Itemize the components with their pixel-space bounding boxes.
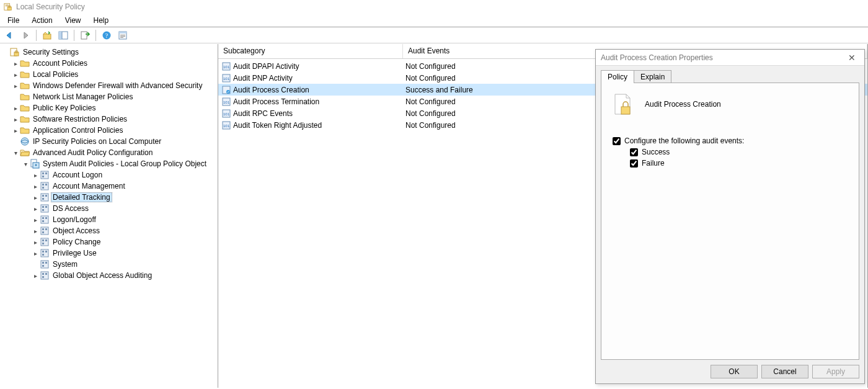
svg-rect-32 bbox=[41, 194, 48, 201]
svg-rect-40 bbox=[41, 216, 48, 223]
svg-text:101: 101 bbox=[223, 112, 230, 116]
policy-item-icon: 101 bbox=[222, 62, 231, 71]
tree-cat-logon[interactable]: ▸Logon/Logoff bbox=[1, 214, 216, 225]
folder-icon bbox=[20, 103, 30, 113]
row-name: Audit DPAPI Activity bbox=[233, 62, 299, 71]
tree-cat-policy-change[interactable]: ▸Policy Change bbox=[1, 236, 216, 248]
svg-rect-56 bbox=[41, 261, 48, 268]
svg-rect-1 bbox=[6, 5, 9, 6]
svg-rect-7 bbox=[59, 32, 62, 39]
close-button[interactable]: ✕ bbox=[844, 53, 859, 63]
svg-rect-55 bbox=[45, 251, 47, 253]
svg-rect-54 bbox=[42, 254, 44, 256]
svg-text:?: ? bbox=[105, 32, 108, 39]
row-name: Audit PNP Activity bbox=[233, 74, 293, 83]
svg-rect-46 bbox=[42, 231, 44, 233]
svg-rect-2 bbox=[6, 6, 9, 6]
menu-help[interactable]: Help bbox=[89, 15, 114, 26]
category-icon bbox=[40, 170, 50, 180]
tree-cat-privilege-use[interactable]: ▸Privilege Use bbox=[1, 248, 216, 259]
svg-rect-31 bbox=[45, 184, 47, 186]
failure-checkbox[interactable] bbox=[630, 159, 638, 168]
svg-rect-51 bbox=[45, 239, 47, 241]
svg-text:101: 101 bbox=[223, 65, 230, 69]
back-button[interactable] bbox=[2, 29, 16, 42]
apply-button[interactable]: Apply bbox=[812, 365, 859, 378]
svg-rect-14 bbox=[120, 35, 125, 35]
category-icon bbox=[40, 271, 50, 280]
tree-ipsec[interactable]: ▸IP Security Policies on Local Computer bbox=[1, 136, 216, 147]
up-button[interactable] bbox=[40, 29, 54, 42]
svg-rect-63 bbox=[45, 273, 47, 275]
tree-acp[interactable]: ▸Application Control Policies bbox=[1, 125, 216, 136]
col-subcategory[interactable]: Subcategory bbox=[218, 44, 403, 58]
success-checkbox-row[interactable]: Success bbox=[630, 148, 848, 156]
menu-view[interactable]: View bbox=[60, 15, 86, 26]
svg-rect-24 bbox=[41, 171, 48, 179]
tree-cat-system[interactable]: ▸System bbox=[1, 259, 216, 270]
cancel-button[interactable]: Cancel bbox=[761, 365, 808, 378]
tree-sap[interactable]: ▾System Audit Policies - Local Group Pol… bbox=[1, 158, 216, 169]
tree-cat-object-access[interactable]: ▸Object Access bbox=[1, 225, 216, 236]
svg-rect-44 bbox=[41, 227, 48, 235]
svg-rect-45 bbox=[42, 228, 44, 230]
tree-cat-detailed-tracking[interactable]: ▸Detailed Tracking bbox=[1, 192, 216, 203]
tree-cat-account-mgmt[interactable]: ▸Account Management bbox=[1, 181, 216, 192]
svg-rect-47 bbox=[45, 228, 47, 230]
ok-button[interactable]: OK bbox=[711, 365, 758, 378]
menu-action[interactable]: Action bbox=[27, 15, 57, 26]
tree-root[interactable]: ▸ Security Settings bbox=[1, 47, 216, 58]
row-name: Audit RPC Events bbox=[233, 109, 293, 118]
tree-local-policies[interactable]: ▸Local Policies bbox=[1, 69, 216, 80]
success-checkbox[interactable] bbox=[630, 148, 638, 156]
tree-pkp[interactable]: ▸Public Key Policies bbox=[1, 102, 216, 114]
tab-explain[interactable]: Explain bbox=[634, 70, 671, 83]
tree-cat-account-logon[interactable]: ▸Account Logon bbox=[1, 169, 216, 181]
folder-icon bbox=[20, 58, 30, 68]
tree-account-policies[interactable]: ▸Account Policies bbox=[1, 58, 216, 69]
svg-rect-52 bbox=[41, 249, 48, 257]
menu-file[interactable]: File bbox=[2, 15, 24, 26]
svg-rect-43 bbox=[45, 217, 47, 219]
tab-policy[interactable]: Policy bbox=[601, 70, 634, 83]
folder-icon bbox=[20, 69, 30, 79]
toolbar: ? bbox=[0, 27, 868, 43]
export-button[interactable] bbox=[78, 29, 92, 42]
configure-checkbox[interactable] bbox=[613, 137, 621, 145]
configure-checkbox-row[interactable]: Configure the following audit events: bbox=[613, 136, 848, 145]
tree-pane[interactable]: ▸ Security Settings ▸Account Policies ▸L… bbox=[0, 44, 218, 388]
policy-heading: Audit Process Creation bbox=[645, 100, 721, 109]
folder-open-icon bbox=[20, 148, 30, 158]
tree-firewall[interactable]: ▸Windows Defender Firewall with Advanced… bbox=[1, 80, 216, 91]
tree-cat-ds-access[interactable]: ▸DS Access bbox=[1, 203, 216, 214]
svg-rect-33 bbox=[42, 195, 44, 197]
show-hide-tree-button[interactable] bbox=[56, 29, 70, 42]
category-icon bbox=[40, 237, 50, 247]
svg-rect-30 bbox=[42, 187, 44, 189]
tree-srp[interactable]: ▸Software Restriction Policies bbox=[1, 114, 216, 125]
tree-cat-goaa[interactable]: ▸Global Object Access Auditing bbox=[1, 270, 216, 281]
dialog-titlebar[interactable]: Audit Process Creation Properties ✕ bbox=[596, 50, 864, 66]
properties-button[interactable] bbox=[116, 29, 130, 42]
svg-rect-39 bbox=[45, 206, 47, 208]
svg-rect-60 bbox=[41, 272, 48, 279]
svg-rect-13 bbox=[119, 32, 126, 34]
tree-aapc[interactable]: ▾Advanced Audit Policy Configuration bbox=[1, 147, 216, 158]
failure-checkbox-row[interactable]: Failure bbox=[630, 159, 848, 168]
svg-rect-53 bbox=[42, 251, 44, 253]
svg-rect-61 bbox=[42, 273, 44, 275]
configure-label: Configure the following audit events: bbox=[624, 136, 744, 145]
svg-rect-5 bbox=[43, 34, 51, 39]
folder-icon bbox=[20, 114, 30, 124]
tree-nlm[interactable]: ▸Network List Manager Policies bbox=[1, 91, 216, 102]
forward-button[interactable] bbox=[19, 29, 32, 42]
security-icon bbox=[10, 47, 20, 57]
policy-item-icon: 101 bbox=[222, 121, 231, 130]
svg-text:101: 101 bbox=[223, 124, 230, 128]
svg-point-23 bbox=[35, 164, 37, 166]
svg-rect-62 bbox=[42, 276, 44, 278]
svg-rect-29 bbox=[42, 184, 44, 186]
help-button[interactable]: ? bbox=[100, 29, 113, 42]
svg-rect-28 bbox=[41, 182, 48, 190]
category-icon bbox=[40, 203, 50, 213]
